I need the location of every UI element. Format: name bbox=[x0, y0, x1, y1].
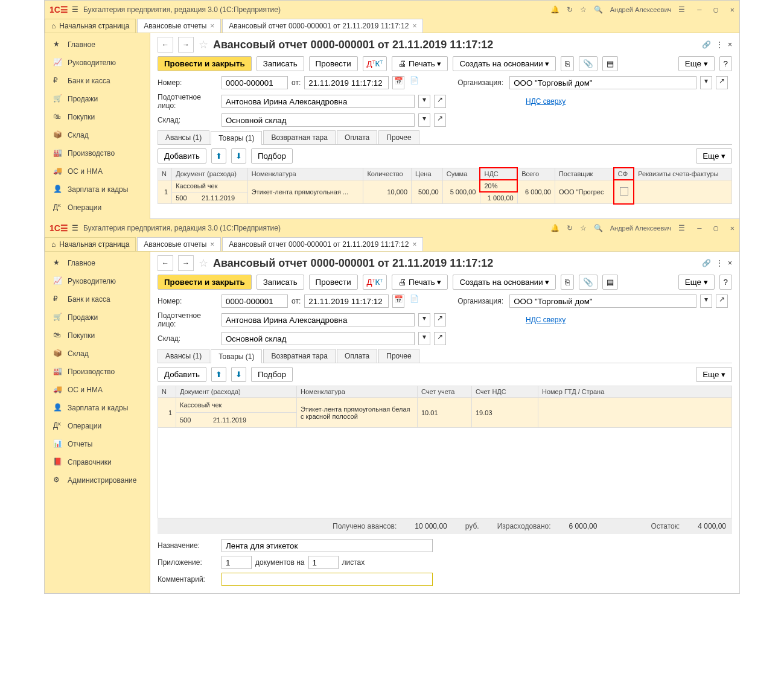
kebab-icon[interactable]: ⋮ bbox=[716, 40, 723, 49]
move-up-button[interactable]: ⬆ bbox=[211, 367, 226, 382]
tab-tare[interactable]: Возвратная тара bbox=[263, 130, 336, 144]
tab-reports-list[interactable]: Авансовые отчеты × bbox=[137, 237, 221, 251]
dropdown-icon[interactable]: ▾ bbox=[418, 113, 430, 127]
tab-home[interactable]: ⌂ Начальная страница bbox=[45, 237, 136, 251]
select-button[interactable]: Подбор bbox=[251, 148, 293, 164]
calendar-icon[interactable]: 📅 bbox=[392, 294, 404, 308]
select-button[interactable]: Подбор bbox=[251, 367, 293, 382]
col-vat-acc[interactable]: Счет НДС bbox=[472, 386, 538, 398]
more-button[interactable]: Еще ▾ bbox=[696, 148, 732, 164]
comment-input[interactable] bbox=[221, 573, 433, 586]
forward-button[interactable]: → bbox=[178, 37, 194, 53]
sidebar-item-stock[interactable]: 📦Склад bbox=[45, 126, 150, 144]
sidebar-item-main[interactable]: ★Главное bbox=[45, 36, 150, 54]
number-input[interactable] bbox=[221, 294, 288, 308]
list-button[interactable]: ▤ bbox=[602, 275, 618, 290]
post-button[interactable]: Провести bbox=[309, 56, 358, 71]
tab-home[interactable]: ⌂ Начальная страница bbox=[45, 19, 136, 33]
date-input[interactable] bbox=[304, 294, 389, 308]
col-doc[interactable]: Документ (расхода) bbox=[172, 168, 248, 180]
sidebar-item-sales[interactable]: 🛒Продажи bbox=[45, 90, 150, 108]
sidebar-item-main[interactable]: ★Главное bbox=[45, 254, 150, 272]
purpose-input[interactable] bbox=[221, 539, 433, 552]
tab-advances[interactable]: Авансы (1) bbox=[158, 130, 209, 144]
col-vat[interactable]: НДС bbox=[480, 168, 517, 180]
col-doc[interactable]: Документ (расхода) bbox=[176, 386, 297, 398]
minimize-icon[interactable]: — bbox=[697, 5, 701, 14]
org-input[interactable] bbox=[509, 294, 696, 308]
tab-document[interactable]: Авансовый отчет 0000-000001 от 21.11.201… bbox=[222, 19, 423, 33]
move-up-button[interactable]: ⬆ bbox=[211, 148, 226, 164]
col-acc[interactable]: Счет учета bbox=[418, 386, 472, 398]
col-gtd[interactable]: Номер ГТД / Страна bbox=[538, 386, 732, 398]
col-n[interactable]: N bbox=[158, 386, 176, 398]
sidebar-item-sales[interactable]: 🛒Продажи bbox=[45, 308, 150, 326]
sidebar-item-stock[interactable]: 📦Склад bbox=[45, 345, 150, 363]
maximize-icon[interactable]: ▢ bbox=[714, 224, 718, 232]
dropdown-icon[interactable]: ▾ bbox=[700, 76, 712, 89]
burger-icon[interactable]: ☰ bbox=[72, 5, 78, 14]
copy-button[interactable]: ⎘ bbox=[561, 275, 574, 290]
dropdown-icon[interactable]: ▾ bbox=[418, 313, 430, 326]
col-qty[interactable]: Количество bbox=[363, 168, 412, 180]
back-button[interactable]: ← bbox=[158, 255, 173, 271]
tab-reports-list[interactable]: Авансовые отчеты × bbox=[137, 19, 221, 33]
close-icon[interactable]: × bbox=[728, 40, 732, 49]
close-icon[interactable]: × bbox=[210, 240, 214, 249]
calendar-icon[interactable]: 📅 bbox=[392, 76, 404, 89]
attachment-button[interactable]: 📎 bbox=[579, 275, 598, 290]
sidebar-item-os[interactable]: 🚚ОС и НМА bbox=[45, 162, 150, 180]
settings-icon[interactable]: ☰ bbox=[678, 224, 685, 232]
save-button[interactable]: Записать bbox=[257, 56, 304, 71]
sidebar-item-ops[interactable]: ДᴷОперации bbox=[45, 417, 150, 435]
sidebar-item-purchase[interactable]: 🛍Покупки bbox=[45, 326, 150, 345]
col-sum[interactable]: Сумма bbox=[442, 168, 480, 180]
close-icon[interactable]: × bbox=[728, 259, 732, 267]
sf-checkbox[interactable] bbox=[620, 187, 628, 196]
create-based-button[interactable]: Создать на основании ▾ bbox=[453, 56, 556, 71]
close-icon[interactable]: ✕ bbox=[730, 5, 735, 14]
open-icon[interactable]: ↗ bbox=[434, 313, 446, 326]
sidebar-item-refs[interactable]: 📕Справочники bbox=[45, 453, 150, 471]
open-icon[interactable]: ↗ bbox=[434, 332, 446, 345]
posted-icon[interactable]: 📄 bbox=[408, 294, 420, 308]
print-button[interactable]: 🖨 Печать ▾ bbox=[392, 56, 448, 71]
burger-icon[interactable]: ☰ bbox=[72, 224, 78, 232]
sidebar-item-production[interactable]: 🏭Производство bbox=[45, 363, 150, 381]
posted-icon[interactable]: 📄 bbox=[408, 76, 420, 89]
star-icon[interactable]: ☆ bbox=[580, 224, 587, 232]
warehouse-input[interactable] bbox=[221, 113, 415, 127]
minimize-icon[interactable]: — bbox=[697, 224, 701, 232]
maximize-icon[interactable]: ▢ bbox=[714, 5, 718, 14]
sidebar-item-manager[interactable]: 📈Руководителю bbox=[45, 54, 150, 72]
open-icon[interactable]: ↗ bbox=[716, 76, 728, 89]
tab-pay[interactable]: Оплата bbox=[337, 130, 377, 144]
tab-document[interactable]: Авансовый отчет 0000-000001 от 21.11.201… bbox=[222, 237, 423, 251]
dktkt-button[interactable]: ДᵀКᵀ bbox=[363, 56, 387, 71]
more-button[interactable]: Еще ▾ bbox=[678, 275, 715, 290]
vat-link[interactable]: НДС сверху bbox=[526, 97, 566, 106]
close-icon[interactable]: × bbox=[412, 22, 416, 30]
goods-table-2[interactable]: N Документ (расхода) Номенклатура Счет у… bbox=[158, 386, 732, 518]
tab-goods[interactable]: Товары (1) bbox=[211, 349, 262, 363]
back-button[interactable]: ← bbox=[158, 37, 173, 53]
post-close-button[interactable]: Провести и закрыть bbox=[158, 275, 252, 290]
tab-tare[interactable]: Возвратная тара bbox=[263, 349, 336, 363]
sidebar-item-ops[interactable]: ДᴷОперации bbox=[45, 199, 150, 217]
sidebar-item-salary[interactable]: 👤Зарплата и кадры bbox=[45, 399, 150, 417]
open-icon[interactable]: ↗ bbox=[434, 113, 446, 127]
link-icon[interactable]: 🔗 bbox=[702, 40, 711, 49]
open-icon[interactable]: ↗ bbox=[434, 95, 446, 108]
table-row[interactable]: 1 Кассовый чек Этикет-лента прямоугольна… bbox=[158, 180, 732, 192]
col-supplier[interactable]: Поставщик bbox=[555, 168, 613, 180]
dropdown-icon[interactable]: ▾ bbox=[418, 332, 430, 345]
dktkt-button[interactable]: ДᵀКᵀ bbox=[363, 275, 387, 290]
link-icon[interactable]: 🔗 bbox=[702, 259, 711, 267]
post-close-button[interactable]: Провести и закрыть bbox=[158, 56, 252, 71]
number-input[interactable] bbox=[221, 76, 288, 89]
col-nom[interactable]: Номенклатура bbox=[297, 386, 418, 398]
sidebar-item-os[interactable]: 🚚ОС и НМА bbox=[45, 381, 150, 399]
user-name[interactable]: Андрей Алексеевич bbox=[610, 6, 672, 13]
sidebar-item-bank[interactable]: ₽Банк и касса bbox=[45, 72, 150, 90]
search-icon[interactable]: 🔍 bbox=[594, 5, 603, 14]
